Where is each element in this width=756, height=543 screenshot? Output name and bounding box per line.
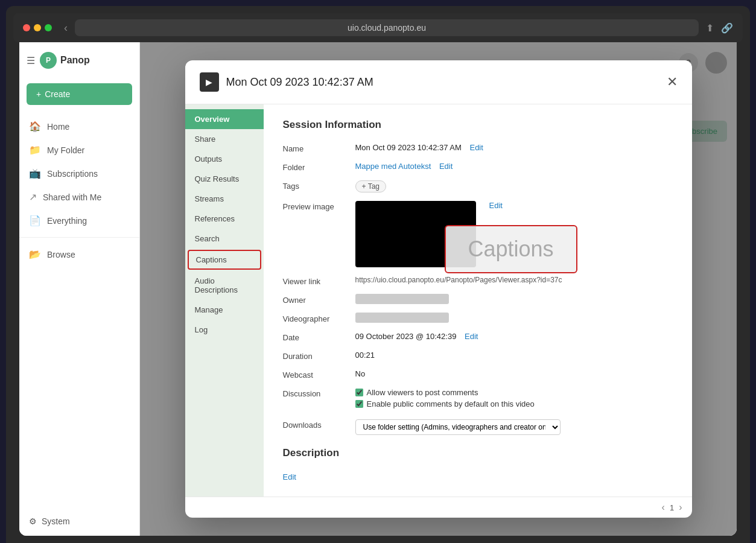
modal-nav-share[interactable]: Share <box>185 129 264 149</box>
discussion-check2-row: Enable public comments by default on thi… <box>355 399 673 408</box>
plus-icon: + <box>36 89 41 99</box>
owner-row: Owner ████████████████ <box>283 294 673 305</box>
everything-icon: 📄 <box>29 215 41 226</box>
allow-comments-checkbox[interactable] <box>355 389 363 396</box>
sidebar-item-everything-label: Everything <box>47 216 87 226</box>
name-row: Name Mon Oct 09 2023 10:42:37 AM Edit <box>283 143 673 153</box>
downloads-value: Use folder setting (Admins, videographer… <box>355 419 673 435</box>
modal-nav-audio-descriptions[interactable]: Audio Descriptions <box>185 271 264 300</box>
description-title: Description <box>283 447 673 459</box>
modal-close-button[interactable]: ✕ <box>667 74 678 90</box>
discussion-row: Discussion Allow viewers to post comment… <box>283 388 673 411</box>
modal-nav-captions[interactable]: Captions <box>188 250 261 270</box>
session-info-modal: ▶ Mon Oct 09 2023 10:42:37 AM ✕ Overview… <box>185 60 692 518</box>
public-comments-checkbox[interactable] <box>355 400 363 408</box>
dot-green <box>45 24 52 31</box>
preview-label: Preview image <box>283 201 355 211</box>
sidebar-item-browse-label: Browse <box>47 250 75 259</box>
folder-label: Folder <box>283 162 355 172</box>
sidebar-system-label: System <box>42 516 70 526</box>
sidebar-item-my-folder[interactable]: 📁 My Folder <box>19 138 139 162</box>
section-title: Session Information <box>283 119 673 131</box>
date-label: Date <box>283 332 355 342</box>
folder-edit-link[interactable]: Edit <box>439 162 453 171</box>
modal-nav-search[interactable]: Search <box>185 229 264 249</box>
date-text: 09 October 2023 @ 10:42:39 <box>355 332 457 341</box>
modal-content-area: Session Information Name Mon Oct 09 2023… <box>264 104 692 497</box>
webcast-label: Webcast <box>283 369 355 379</box>
modal-body: Overview Share Outputs Quiz Results Stre… <box>185 104 692 497</box>
webcast-row: Webcast No <box>283 369 673 379</box>
discussion-check1-row: Allow viewers to post comments <box>355 388 673 397</box>
hamburger-icon[interactable]: ☰ <box>27 55 35 66</box>
modal-nav-outputs[interactable]: Outputs <box>185 149 264 169</box>
modal-nav-log[interactable]: Log <box>185 320 264 340</box>
modal-header: ▶ Mon Oct 09 2023 10:42:37 AM ✕ <box>185 60 692 104</box>
downloads-row: Downloads Use folder setting (Admins, vi… <box>283 419 673 435</box>
folder-value: Mappe med Autotekst Edit <box>355 162 673 171</box>
prev-page-button[interactable]: ‹ <box>662 502 665 513</box>
sidebar-item-subscriptions-label: Subscriptions <box>47 169 98 179</box>
modal-nav-quiz-results[interactable]: Quiz Results <box>185 169 264 189</box>
public-comments-label: Enable public comments by default on thi… <box>367 399 535 408</box>
logo-text: Panop <box>60 55 90 66</box>
shared-icon: ↗ <box>29 191 37 203</box>
date-value: 09 October 2023 @ 10:42:39 Edit <box>355 332 673 341</box>
webcast-value: No <box>355 369 673 378</box>
video-icon: ▶ <box>200 72 219 92</box>
url-bar[interactable]: uio.cloud.panopto.eu <box>75 19 699 36</box>
downloads-select[interactable]: Use folder setting (Admins, videographer… <box>355 419 561 435</box>
page-number: 1 <box>670 503 674 512</box>
sidebar-item-shared-label: Shared with Me <box>43 192 101 202</box>
allow-comments-label: Allow viewers to post comments <box>367 388 478 397</box>
name-value: Mon Oct 09 2023 10:42:37 AM Edit <box>355 143 673 152</box>
date-edit-link[interactable]: Edit <box>465 332 478 341</box>
videographer-row: Videographer ████████████████ <box>283 313 673 323</box>
sidebar-nav: 🏠 Home 📁 My Folder 📺 Subscriptions ↗ Sha… <box>19 110 139 507</box>
description-section: Description Edit <box>283 447 673 482</box>
browse-icon: 📂 <box>29 249 41 260</box>
name-label: Name <box>283 143 355 153</box>
modal-nav-references[interactable]: References <box>185 209 264 229</box>
modal-nav: Overview Share Outputs Quiz Results Stre… <box>185 104 264 497</box>
modal-nav-manage[interactable]: Manage <box>185 300 264 320</box>
modal-overlay: ▶ Mon Oct 09 2023 10:42:37 AM ✕ Overview… <box>140 42 737 536</box>
subscriptions-icon: 📺 <box>29 168 41 179</box>
system-gear-icon: ⚙ <box>29 516 37 526</box>
tags-row: Tags + Tag <box>283 180 673 192</box>
folder-link[interactable]: Mappe med Autotekst <box>355 162 431 171</box>
duration-row: Duration 00:21 <box>283 351 673 361</box>
sidebar-item-shared-with-me[interactable]: ↗ Shared with Me <box>19 185 139 209</box>
folder-row: Folder Mappe med Autotekst Edit <box>283 162 673 172</box>
sidebar-item-everything[interactable]: 📄 Everything <box>19 209 139 232</box>
sidebar-item-subscriptions[interactable]: 📺 Subscriptions <box>19 162 139 185</box>
create-button[interactable]: + Create <box>27 83 132 105</box>
name-edit-link[interactable]: Edit <box>469 143 483 152</box>
bookmark-icon[interactable]: 🔗 <box>721 22 733 34</box>
sidebar-item-browse[interactable]: 📂 Browse <box>19 243 139 266</box>
sidebar-item-my-folder-label: My Folder <box>47 145 84 155</box>
videographer-name-blurred: ████████████████ <box>355 313 449 323</box>
folder-icon: 📁 <box>29 144 41 156</box>
viewer-link-label: Viewer link <box>283 276 355 286</box>
dot-yellow <box>34 24 41 31</box>
owner-value: ████████████████ <box>355 294 673 303</box>
videographer-label: Videographer <box>283 313 355 323</box>
modal-nav-streams[interactable]: Streams <box>185 189 264 209</box>
downloads-label: Downloads <box>283 419 355 430</box>
browser-back-button[interactable]: ‹ <box>64 22 68 34</box>
description-edit-link[interactable]: Edit <box>283 472 296 481</box>
home-icon: 🏠 <box>29 121 41 132</box>
videographer-value: ████████████████ <box>355 313 673 322</box>
modal-nav-overview[interactable]: Overview <box>185 109 264 129</box>
next-page-button[interactable]: › <box>679 502 682 513</box>
create-label: Create <box>45 89 70 99</box>
sidebar-item-home[interactable]: 🏠 Home <box>19 115 139 138</box>
sidebar-footer-system[interactable]: ⚙ System <box>19 507 139 536</box>
share-icon[interactable]: ⬆ <box>706 22 714 34</box>
main-content: ? + + Subscribe ▶ Mon Oct 09 2023 10:42:… <box>140 42 737 536</box>
preview-edit-link[interactable]: Edit <box>489 201 503 210</box>
owner-label: Owner <box>283 294 355 305</box>
add-tag-button[interactable]: + Tag <box>355 180 386 192</box>
sidebar: ☰ P Panop + Create 🏠 Home 📁 My Folder <box>19 42 140 536</box>
